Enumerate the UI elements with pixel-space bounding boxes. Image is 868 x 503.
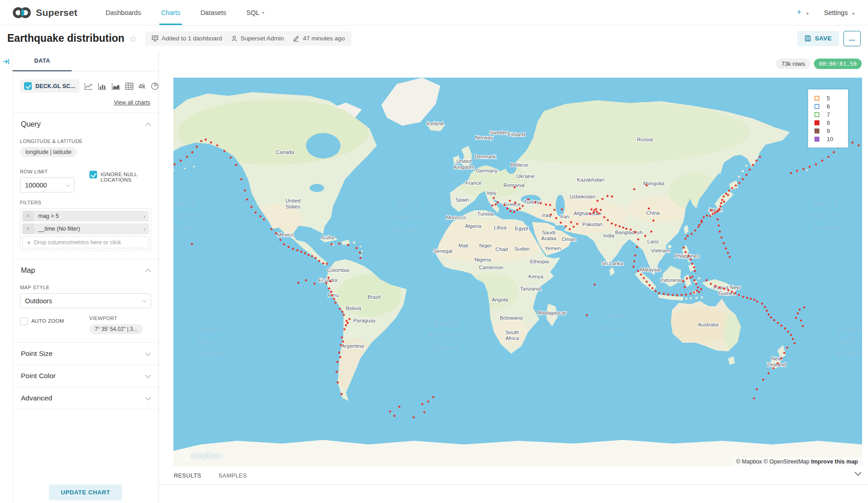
earthquake-point[interactable] (725, 247, 727, 250)
earthquake-point[interactable] (339, 308, 341, 310)
earthquake-point[interactable] (398, 406, 400, 408)
earthquake-point[interactable] (640, 274, 642, 276)
earthquake-point[interactable] (633, 188, 636, 190)
earthquake-point[interactable] (576, 223, 578, 225)
earthquake-point[interactable] (586, 314, 588, 316)
earthquake-point[interactable] (764, 306, 766, 308)
earthquake-point[interactable] (715, 285, 717, 287)
earthquake-point[interactable] (594, 284, 596, 286)
earthquake-point[interactable] (565, 225, 567, 227)
earthquake-point[interactable] (550, 214, 552, 216)
earthquake-point[interactable] (275, 232, 277, 234)
earthquake-point[interactable] (799, 309, 801, 311)
earthquake-point[interactable] (685, 294, 687, 296)
earthquake-point[interactable] (646, 281, 648, 283)
earthquake-point[interactable] (749, 169, 751, 171)
earthquake-point[interactable] (643, 277, 645, 279)
earthquake-point[interactable] (553, 209, 556, 211)
earthquake-point[interactable] (759, 156, 761, 158)
earthquake-point[interactable] (852, 142, 854, 144)
earthquake-point[interactable] (343, 314, 345, 316)
earthquake-point[interactable] (790, 334, 792, 336)
earthquake-point[interactable] (216, 144, 218, 147)
earthquake-point[interactable] (729, 256, 731, 258)
section-advanced[interactable]: Advanced (20, 387, 151, 409)
earthquake-point[interactable] (698, 224, 700, 226)
earthquake-point[interactable] (695, 283, 697, 285)
remove-filter-icon[interactable]: × (22, 211, 34, 222)
earthquake-point[interactable] (326, 282, 328, 284)
earthquake-point[interactable] (341, 336, 343, 339)
earthquake-point[interactable] (697, 286, 699, 289)
earthquake-point[interactable] (710, 283, 712, 285)
earthquake-point[interactable] (522, 205, 524, 207)
earthquake-point[interactable] (693, 279, 695, 281)
earthquake-point[interactable] (723, 288, 725, 290)
earthquake-point[interactable] (619, 225, 621, 227)
earthquake-point[interactable] (592, 212, 595, 214)
collapse-panel-icon[interactable] (2, 58, 10, 65)
superset-brand[interactable]: Superset (12, 0, 77, 25)
earthquake-point[interactable] (555, 217, 557, 219)
earthquake-point[interactable] (596, 211, 598, 213)
earthquake-point[interactable] (259, 215, 261, 217)
earthquake-point[interactable] (359, 252, 361, 254)
earthquake-point[interactable] (191, 243, 193, 245)
earthquake-point[interactable] (687, 255, 690, 257)
nav-item-datasets[interactable]: Datasets (190, 0, 236, 25)
earthquake-point[interactable] (794, 342, 796, 345)
earthquake-point[interactable] (720, 205, 722, 207)
earthquake-point[interactable] (752, 164, 754, 166)
panel-collapse-rail[interactable] (0, 51, 13, 503)
earthquake-point[interactable] (297, 282, 300, 284)
earthquake-point[interactable] (773, 319, 775, 321)
earthquake-point[interactable] (301, 251, 303, 253)
earthquake-point[interactable] (797, 312, 799, 315)
earthquake-point[interactable] (180, 160, 182, 162)
earthquake-point[interactable] (694, 229, 696, 232)
earthquake-point[interactable] (676, 294, 678, 296)
earthquake-point[interactable] (738, 294, 740, 296)
earthquake-point[interactable] (727, 289, 730, 291)
tab-data[interactable]: DATA (13, 51, 72, 71)
earthquake-point[interactable] (828, 156, 830, 158)
earthquake-point[interactable] (345, 320, 348, 322)
earthquake-point[interactable] (336, 361, 339, 363)
legend-entry[interactable]: 8 (814, 118, 848, 127)
earthquake-point[interactable] (331, 294, 333, 296)
earthquake-point[interactable] (340, 393, 343, 395)
earthquake-point[interactable] (330, 243, 333, 246)
earthquake-point[interactable] (593, 209, 596, 212)
earthquake-point[interactable] (693, 291, 695, 294)
mapbox-logo[interactable]: mapbox (179, 451, 222, 461)
earthquake-point[interactable] (648, 207, 650, 210)
earthquake-point[interactable] (506, 207, 508, 210)
earthquake-point[interactable] (560, 222, 562, 224)
earthquake-point[interactable] (389, 410, 391, 413)
improve-map-link[interactable]: Improve this map (811, 459, 858, 465)
earthquake-point[interactable] (685, 237, 687, 240)
earthquake-point[interactable] (720, 237, 723, 239)
earthquake-point[interactable] (534, 201, 537, 203)
earthquake-point[interactable] (705, 279, 708, 281)
earthquake-point[interactable] (709, 215, 711, 217)
earthquake-point[interactable] (686, 277, 688, 280)
earthquake-point[interactable] (663, 293, 665, 295)
earthquake-point[interactable] (494, 203, 497, 206)
earthquake-point[interactable] (335, 371, 338, 373)
earthquake-point[interactable] (698, 291, 700, 293)
earthquake-point[interactable] (328, 287, 330, 290)
earthquake-point[interactable] (784, 327, 786, 330)
earthquake-point[interactable] (497, 201, 499, 203)
earthquake-point[interactable] (345, 324, 347, 326)
earthquake-point[interactable] (711, 213, 714, 215)
earthquake-point[interactable] (796, 170, 799, 172)
table-icon[interactable] (125, 83, 133, 90)
big-number-icon[interactable]: 4k (138, 82, 146, 90)
earthquake-point[interactable] (626, 228, 628, 230)
earthquake-point[interactable] (716, 218, 719, 221)
earthquake-point[interactable] (633, 260, 636, 262)
earthquake-point[interactable] (611, 222, 613, 225)
earthquake-point[interactable] (710, 209, 712, 212)
view-all-charts-link[interactable]: View all charts (114, 99, 150, 106)
